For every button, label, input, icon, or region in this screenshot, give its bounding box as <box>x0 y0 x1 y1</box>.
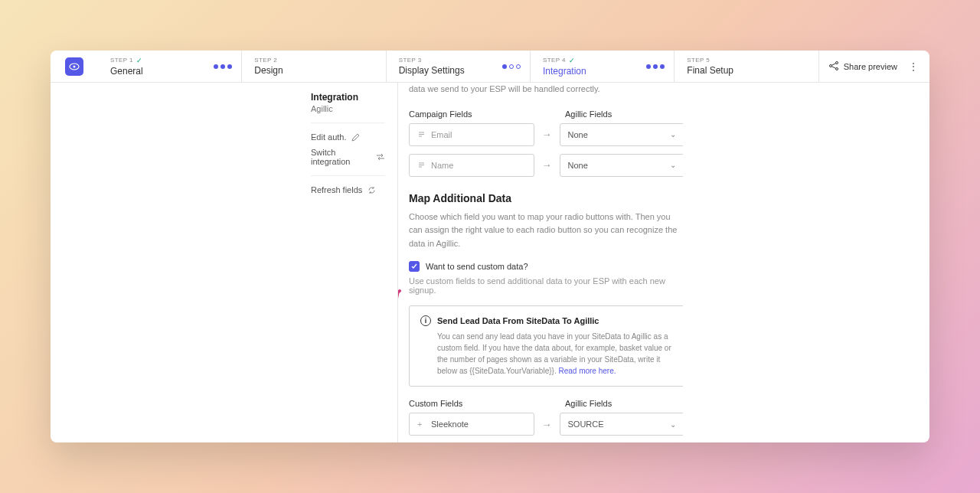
step-integration[interactable]: STEP 4✓ Integration <box>531 51 675 82</box>
chevron-down-icon: ⌄ <box>670 420 676 429</box>
campaign-field-name[interactable]: Name <box>409 154 534 177</box>
svg-line-6 <box>831 66 835 68</box>
refresh-fields-link[interactable]: Refresh fields <box>311 185 385 194</box>
svg-point-3 <box>835 61 838 64</box>
swap-icon <box>376 152 385 162</box>
sidebar-sub: Agillic <box>311 104 385 113</box>
chevron-down-icon: ⌄ <box>670 161 676 169</box>
step-dots <box>502 64 521 69</box>
step-display-settings[interactable]: STEP 3 Display Settings <box>387 51 531 82</box>
check-icon: ✓ <box>136 57 142 64</box>
steps: STEP 1✓ General STEP 2 Design STEP 3 Dis… <box>98 51 818 82</box>
svg-point-4 <box>835 67 838 70</box>
agillic-field-name-select[interactable]: None ⌄ <box>560 154 684 177</box>
custom-fields-label: Custom Fields <box>409 399 528 408</box>
step-final-setup[interactable]: STEP 5 Final Setup <box>675 51 818 82</box>
edit-auth-link[interactable]: Edit auth. <box>311 132 385 142</box>
section-title: Map Additional Data <box>409 192 683 204</box>
pencil-icon <box>351 132 360 142</box>
step-dots <box>214 64 232 69</box>
custom-field-input[interactable]: + Sleeknote <box>409 413 534 436</box>
step-general[interactable]: STEP 1✓ General <box>98 51 242 82</box>
main-panel: data we send to your ESP will be handled… <box>398 83 683 442</box>
body: Integration Agillic Edit auth. Switch in… <box>51 83 929 442</box>
text-icon <box>417 161 426 169</box>
custom-agillic-select[interactable]: SOURCE ⌄ <box>560 413 684 436</box>
svg-point-1 <box>74 65 76 67</box>
svg-point-2 <box>829 64 831 67</box>
right-pad <box>683 83 929 442</box>
app-window: STEP 1✓ General STEP 2 Design STEP 3 Dis… <box>51 51 929 442</box>
check-icon: ✓ <box>569 57 575 64</box>
topbar-right: Share preview ⋮ <box>818 51 929 82</box>
arrow-icon: → <box>542 159 552 171</box>
step-design[interactable]: STEP 2 Design <box>242 51 386 82</box>
campaign-fields-label: Campaign Fields <box>409 109 528 119</box>
logo-icon <box>65 57 83 76</box>
switch-integration-link[interactable]: Switch integration <box>311 148 385 166</box>
custom-data-checkbox[interactable] <box>409 261 420 272</box>
agillic-fields-label: Agillic Fields <box>565 109 683 119</box>
arrow-icon: → <box>542 419 552 430</box>
svg-line-5 <box>831 63 835 65</box>
refresh-icon <box>367 185 376 194</box>
step-dots <box>646 64 665 69</box>
sidebar-heading: Integration <box>311 92 385 103</box>
left-pad <box>51 83 299 442</box>
share-icon <box>828 60 839 73</box>
info-icon: i <box>420 315 431 326</box>
logo[interactable] <box>51 51 98 82</box>
topbar: STEP 1✓ General STEP 2 Design STEP 3 Dis… <box>51 51 929 83</box>
agillic-fields-label-2: Agillic Fields <box>565 399 683 408</box>
text-icon <box>417 130 426 139</box>
more-menu-button[interactable]: ⋮ <box>906 60 920 73</box>
chevron-down-icon: ⌄ <box>670 130 676 139</box>
desc-trail: data we send to your ESP will be handled… <box>409 83 683 96</box>
info-box: i Send Lead Data From SiteData To Agilli… <box>409 305 683 387</box>
campaign-field-email[interactable]: Email <box>409 123 534 146</box>
agillic-field-email-select[interactable]: None ⌄ <box>560 123 684 146</box>
share-preview-button[interactable]: Share preview <box>828 60 897 73</box>
read-more-link[interactable]: Read more here. <box>558 367 616 375</box>
custom-data-helper: Use custom fields to send additional dat… <box>409 276 683 295</box>
section-desc: Choose which field you want to map your … <box>409 211 683 251</box>
arrow-icon: → <box>542 129 552 140</box>
sidebar: Integration Agillic Edit auth. Switch in… <box>299 83 398 442</box>
custom-data-label: Want to send custom data? <box>426 262 528 271</box>
plus-icon: + <box>417 420 426 429</box>
